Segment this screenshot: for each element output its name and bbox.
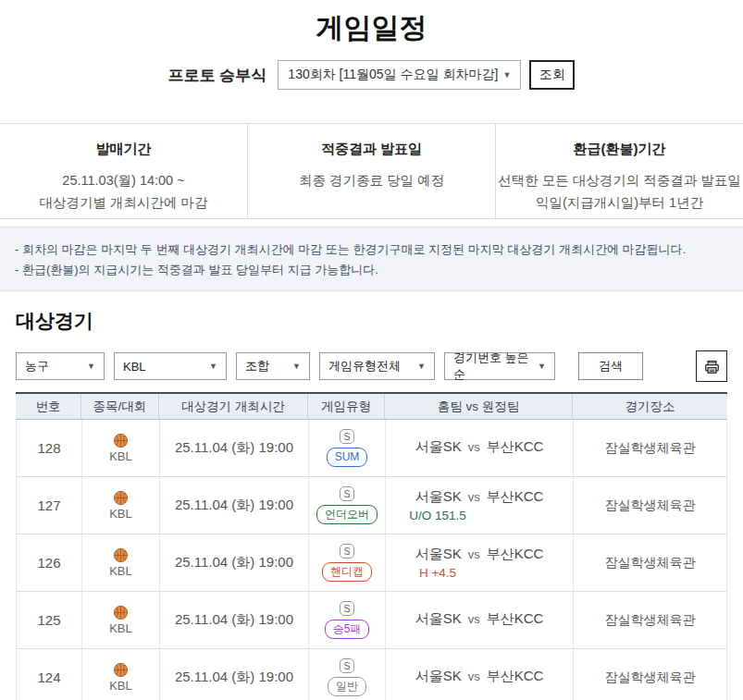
venue: 잠실학생체육관 bbox=[573, 592, 726, 648]
print-button[interactable] bbox=[696, 350, 727, 382]
inquiry-button[interactable]: 조회 bbox=[529, 60, 575, 90]
sport-select-value: 농구 bbox=[25, 358, 49, 375]
away-team: 부산KCC bbox=[487, 438, 544, 454]
info-line: 익일(지급개시일)부터 1년간 bbox=[496, 191, 743, 214]
line-value: H +4.5 bbox=[386, 566, 573, 580]
single-purchase-icon: S bbox=[340, 601, 354, 616]
league-label: KBL bbox=[109, 621, 132, 635]
game-number: 128 bbox=[17, 420, 81, 476]
sport-select[interactable]: 농구 ▼ bbox=[16, 352, 105, 380]
notice-box: - 회차의 마감은 마지막 두 번째 대상경기 개최시간에 마감 또는 한경기구… bbox=[0, 227, 743, 291]
league-label: KBL bbox=[109, 679, 132, 693]
single-purchase-icon: S bbox=[340, 658, 354, 673]
home-team: 서울SK bbox=[415, 438, 462, 454]
col-header-number: 번호 bbox=[16, 394, 80, 419]
info-box-result-date: 적중결과 발표일 최종 경기종료 당일 예정 bbox=[247, 124, 495, 218]
basketball-icon bbox=[113, 662, 129, 678]
basketball-icon bbox=[113, 490, 129, 506]
home-team: 서울SK bbox=[415, 488, 462, 504]
sport-league-cell: KBL bbox=[81, 534, 159, 591]
info-title: 환급(환불)기간 bbox=[496, 141, 743, 158]
round-select[interactable]: 130회차 [11월05일 수요일 회차마감] ▼ bbox=[278, 60, 521, 90]
section-title-target-games: 대상경기 bbox=[16, 308, 743, 334]
info-box-refund-period: 환급(환불)기간 선택한 모든 대상경기의 적중결과 발표일 익일(지급개시일)… bbox=[495, 124, 743, 218]
game-type-cell: S 일반 bbox=[308, 649, 385, 700]
away-team: 부산KCC bbox=[487, 546, 544, 561]
col-header-venue: 경기장소 bbox=[572, 394, 727, 419]
game-time: 25.11.04 (화) 19:00 bbox=[159, 420, 308, 476]
away-team: 부산KCC bbox=[487, 668, 544, 683]
game-type-badge: 승5패 bbox=[325, 620, 370, 639]
teams-cell: 서울SKvs부산KCC H +4.5 bbox=[385, 534, 573, 591]
info-line: 대상경기별 개최시간에 마감 bbox=[0, 191, 247, 214]
game-type-badge: 일반 bbox=[328, 677, 366, 696]
home-team: 서울SK bbox=[415, 668, 462, 683]
matchup: 서울SKvs부산KCC bbox=[415, 668, 544, 685]
matchup: 서울SKvs부산KCC bbox=[415, 610, 544, 628]
sport-league-cell: KBL bbox=[81, 420, 159, 476]
chevron-down-icon: ▼ bbox=[292, 362, 301, 371]
vs-label: vs bbox=[468, 612, 480, 626]
table-row: 126 KBL 25.11.04 (화) 19:00 S 핸디캡 서울SKvs부… bbox=[16, 534, 727, 592]
home-team: 서울SK bbox=[415, 610, 462, 626]
game-type-select[interactable]: 게임유형전체 ▼ bbox=[319, 352, 435, 380]
basketball-icon bbox=[113, 547, 129, 563]
sport-league-cell: KBL bbox=[81, 649, 159, 700]
single-purchase-icon: S bbox=[340, 429, 354, 444]
notice-line: - 환급(환불)의 지급시기는 적중결과 발표 당일부터 지급 가능합니다. bbox=[15, 260, 728, 280]
game-type-cell: S 핸디캡 bbox=[308, 534, 385, 591]
single-purchase-icon: S bbox=[340, 486, 354, 501]
vs-label: vs bbox=[468, 669, 480, 683]
teams-cell: 서울SKvs부산KCC U/O 151.5 bbox=[385, 477, 573, 534]
venue: 잠실학생체육관 bbox=[573, 649, 726, 700]
game-number: 125 bbox=[17, 592, 81, 648]
game-number: 124 bbox=[17, 649, 81, 700]
col-header-teams: 홈팀 vs 원정팀 bbox=[384, 394, 572, 419]
game-number: 126 bbox=[17, 534, 81, 591]
teams-cell: 서울SKvs부산KCC bbox=[385, 592, 573, 648]
col-header-time: 대상경기 개최시간 bbox=[158, 394, 307, 419]
sort-select-value: 경기번호 높은순 bbox=[453, 350, 538, 383]
info-line: 25.11.03(월) 14:00 ~ bbox=[0, 169, 247, 191]
game-type-badge: 핸디캡 bbox=[322, 562, 372, 582]
chevron-down-icon: ▼ bbox=[87, 362, 95, 371]
chevron-down-icon: ▼ bbox=[209, 362, 217, 371]
table-row: 124 KBL 25.11.04 (화) 19:00 S 일반 서울SKvs부산… bbox=[16, 649, 727, 700]
basketball-icon bbox=[113, 605, 129, 620]
sport-league-cell: KBL bbox=[81, 592, 159, 648]
table-header-row: 번호 종목/대회 대상경기 개최시간 게임유형 홈팀 vs 원정팀 경기장소 bbox=[16, 392, 727, 420]
table-row: 125 KBL 25.11.04 (화) 19:00 S 승5패 서울SKvs부… bbox=[16, 592, 727, 649]
venue: 잠실학생체육관 bbox=[573, 534, 726, 591]
league-select-value: KBL bbox=[123, 360, 146, 374]
game-time: 25.11.04 (화) 19:00 bbox=[159, 534, 308, 591]
line-value: U/O 151.5 bbox=[386, 509, 573, 522]
game-type-select-value: 게임유형전체 bbox=[328, 358, 401, 375]
info-box-sale-period: 발매기간 25.11.03(월) 14:00 ~ 대상경기별 개최시간에 마감 bbox=[0, 124, 247, 218]
combo-select[interactable]: 조합 ▼ bbox=[236, 352, 310, 380]
table-row: 128 KBL 25.11.04 (화) 19:00 S SUM 서울SKvs부… bbox=[16, 420, 727, 477]
game-number: 127 bbox=[17, 477, 81, 534]
round-selector-label: 프로토 승부식 bbox=[168, 65, 267, 86]
search-button[interactable]: 검색 bbox=[578, 352, 643, 380]
league-select[interactable]: KBL ▼ bbox=[114, 352, 227, 380]
combo-select-value: 조합 bbox=[245, 358, 269, 375]
matchup: 서울SKvs부산KCC bbox=[415, 546, 544, 563]
vs-label: vs bbox=[468, 547, 480, 561]
info-title: 적중결과 발표일 bbox=[248, 141, 495, 158]
sort-select[interactable]: 경기번호 높은순 ▼ bbox=[444, 352, 555, 380]
round-selector-row: 프로토 승부식 130회차 [11월05일 수요일 회차마감] ▼ 조회 bbox=[0, 60, 743, 90]
away-team: 부산KCC bbox=[487, 610, 544, 626]
col-header-sport: 종목/대회 bbox=[80, 394, 158, 419]
round-info-strip: 발매기간 25.11.03(월) 14:00 ~ 대상경기별 개최시간에 마감 … bbox=[0, 123, 743, 219]
basketball-icon bbox=[113, 433, 129, 448]
info-title: 발매기간 bbox=[0, 141, 247, 158]
game-type-cell: S SUM bbox=[308, 420, 385, 476]
venue: 잠실학생체육관 bbox=[573, 420, 726, 476]
matchup: 서울SKvs부산KCC bbox=[415, 488, 544, 506]
notice-line: - 회차의 마감은 마지막 두 번째 대상경기 개최시간에 마감 또는 한경기구… bbox=[15, 239, 728, 260]
teams-cell: 서울SKvs부산KCC bbox=[385, 649, 573, 700]
home-team: 서울SK bbox=[415, 546, 462, 561]
game-time: 25.11.04 (화) 19:00 bbox=[159, 477, 308, 534]
table-row: 127 KBL 25.11.04 (화) 19:00 S 언더오버 서울SKvs… bbox=[16, 477, 727, 534]
chevron-down-icon: ▼ bbox=[502, 70, 511, 80]
